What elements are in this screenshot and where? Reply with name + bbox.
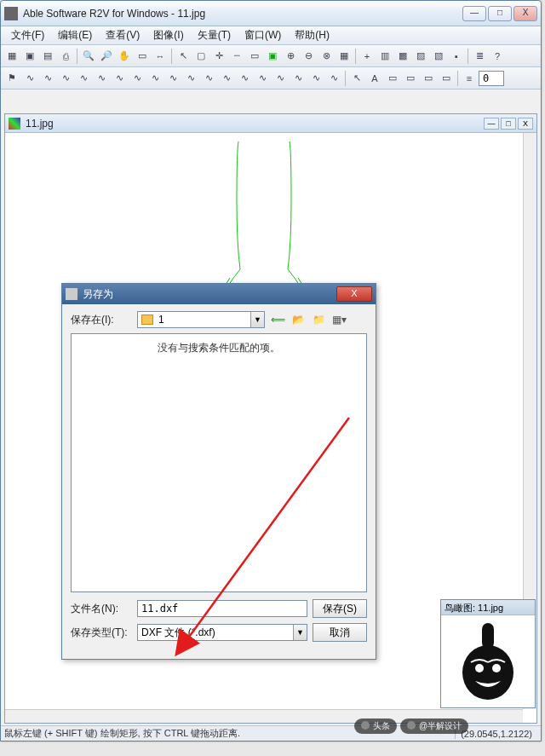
new-folder-icon[interactable]: 📁: [311, 312, 326, 327]
tb2-4-icon[interactable]: ∿: [75, 70, 92, 87]
view-menu-icon[interactable]: ▦▾: [331, 312, 347, 327]
save-in-combo[interactable]: 1 ▼: [137, 311, 265, 328]
tb-node2-icon[interactable]: ⊖: [300, 48, 317, 65]
tb-fit-icon[interactable]: ▭: [134, 48, 151, 65]
tb2-5-icon[interactable]: ∿: [93, 70, 110, 87]
folder-icon: [141, 315, 153, 325]
toolbar-row-1: ▦ ▣ ▤ ⎙ 🔍 🔎 ✋ ▭ ↔ ↖ ▢ ✛ ┄ ▭ ▣ ⊕ ⊖ ⊗ ▦ + …: [1, 45, 541, 67]
thumbnail-image: [441, 615, 535, 707]
tb2-8-icon[interactable]: ∿: [146, 70, 164, 87]
tb2-arrow-icon[interactable]: ↖: [348, 70, 365, 87]
doc-close-button[interactable]: X: [518, 118, 533, 130]
document-titlebar[interactable]: 11.jpg — □ X: [5, 114, 536, 133]
tb2-16-icon[interactable]: ∿: [290, 70, 307, 87]
svg-point-3: [492, 664, 501, 672]
svg-point-1: [462, 645, 513, 700]
filename-input[interactable]: [137, 600, 307, 617]
svg-point-2: [475, 664, 484, 672]
menu-edit[interactable]: 编辑(E): [51, 26, 99, 44]
tb-misc3-icon[interactable]: ▧: [430, 48, 447, 65]
tb2-13-icon[interactable]: ∿: [236, 70, 253, 87]
tb2-number-input[interactable]: [479, 71, 504, 86]
tb2-7-icon[interactable]: ∿: [129, 70, 146, 87]
tb-plus-icon[interactable]: +: [359, 48, 376, 65]
tb2-3-icon[interactable]: ∿: [57, 70, 74, 87]
tb-rgb-icon[interactable]: ▥: [376, 48, 393, 65]
menubar: 文件(F) 编辑(E) 查看(V) 图像(I) 矢量(T) 窗口(W) 帮助(H…: [1, 26, 541, 45]
up-one-level-icon[interactable]: 📂: [290, 312, 306, 327]
tb-grid-icon[interactable]: ▦: [336, 48, 353, 65]
doc-minimize-button[interactable]: —: [484, 118, 499, 130]
save-button[interactable]: 保存(S): [313, 599, 367, 618]
tb2-15-icon[interactable]: ∿: [272, 70, 289, 87]
tb2-a-icon[interactable]: A: [366, 70, 383, 87]
tb2-6-icon[interactable]: ∿: [111, 70, 128, 87]
back-icon[interactable]: ⟸: [270, 312, 285, 327]
menu-help[interactable]: 帮助(H): [288, 26, 336, 44]
doc-maximize-button[interactable]: □: [501, 118, 516, 130]
tb-save-icon[interactable]: ▤: [39, 48, 56, 65]
tb2-2-icon[interactable]: ∿: [39, 70, 56, 87]
tb-crosshair-icon[interactable]: ✛: [210, 48, 227, 65]
tb-misc4-icon[interactable]: ▪: [448, 48, 465, 65]
file-list[interactable]: 没有与搜索条件匹配的项。: [71, 333, 367, 592]
tb-rect-icon[interactable]: ▭: [246, 48, 263, 65]
cancel-button[interactable]: 取消: [313, 623, 367, 642]
tb-zoom-out-icon[interactable]: 🔎: [98, 48, 115, 65]
menu-image[interactable]: 图像(I): [146, 26, 190, 44]
tb2-flag-icon[interactable]: ⚑: [3, 70, 20, 87]
save-as-dialog: 另存为 X 保存在(I): 1 ▼ ⟸ 📂 📁 ▦▾ 没有与搜索条件匹配的项。 …: [61, 283, 376, 660]
tb2-12-icon[interactable]: ∿: [218, 70, 235, 87]
tb2-11-icon[interactable]: ∿: [200, 70, 217, 87]
menu-view[interactable]: 查看(V): [99, 26, 146, 44]
empty-message: 没有与搜索条件匹配的项。: [158, 342, 280, 354]
tb-node3-icon[interactable]: ⊗: [318, 48, 335, 65]
chevron-down-icon[interactable]: ▼: [250, 312, 264, 327]
tb2-lines-icon[interactable]: ≡: [461, 70, 478, 87]
tb-misc2-icon[interactable]: ▨: [412, 48, 429, 65]
tb2-10-icon[interactable]: ∿: [182, 70, 199, 87]
tb2-17-icon[interactable]: ∿: [307, 70, 324, 87]
tb2-d-icon[interactable]: ▭: [420, 70, 437, 87]
dialog-close-button[interactable]: X: [336, 286, 372, 302]
tb-1to1-icon[interactable]: ↔: [152, 48, 169, 65]
tb2-b-icon[interactable]: ▭: [384, 70, 401, 87]
tb2-14-icon[interactable]: ∿: [254, 70, 271, 87]
main-titlebar[interactable]: Able Software R2V for Windows - 11.jpg —…: [1, 1, 541, 26]
save-in-label: 保存在(I):: [71, 313, 132, 327]
menu-window[interactable]: 窗口(W): [238, 26, 288, 44]
tb-layers-icon[interactable]: ≣: [471, 48, 488, 65]
tb-help-icon[interactable]: ?: [489, 48, 506, 65]
tb-open-icon[interactable]: ▣: [21, 48, 38, 65]
tb2-c-icon[interactable]: ▭: [402, 70, 419, 87]
status-hint: 鼠标左键 (+ SHIFT 键) 绘制矩形, 按下 CTRL 键拖动距离.: [4, 727, 240, 740]
tb-pointer-icon[interactable]: ↖: [175, 48, 192, 65]
document-icon: [9, 118, 20, 130]
tb-box-icon[interactable]: ▢: [192, 48, 209, 65]
tb-print-icon[interactable]: ⎙: [57, 48, 74, 65]
tb2-18-icon[interactable]: ∿: [325, 70, 342, 87]
app-title: Able Software R2V for Windows - 11.jpg: [23, 8, 462, 20]
filetype-combo[interactable]: DXF 文件 (*.dxf) ▼: [137, 624, 307, 641]
menu-file[interactable]: 文件(F): [4, 26, 51, 44]
tb-selbox-icon[interactable]: ▣: [264, 48, 281, 65]
maximize-button[interactable]: □: [488, 6, 512, 21]
tb-hand-icon[interactable]: ✋: [116, 48, 133, 65]
watermark-chip-b: @半解设计: [400, 718, 468, 734]
tb-new-icon[interactable]: ▦: [3, 48, 20, 65]
tb2-9-icon[interactable]: ∿: [164, 70, 181, 87]
close-button[interactable]: X: [513, 6, 537, 21]
menu-vector[interactable]: 矢量(T): [191, 26, 238, 44]
tb2-1-icon[interactable]: ∿: [21, 70, 38, 87]
tb-zoom-in-icon[interactable]: 🔍: [80, 48, 97, 65]
tb-node1-icon[interactable]: ⊕: [282, 48, 299, 65]
thumbnail-panel[interactable]: 鸟瞰图: 11.jpg: [440, 599, 536, 708]
chevron-down-icon[interactable]: ▼: [293, 625, 307, 640]
dialog-titlebar[interactable]: 另存为 X: [62, 284, 376, 304]
minimize-button[interactable]: —: [462, 6, 486, 21]
tb2-e-icon[interactable]: ▭: [438, 70, 455, 87]
watermark: 头条 @半解设计: [354, 718, 468, 734]
tb-dash-icon[interactable]: ┄: [228, 48, 245, 65]
tb-misc1-icon[interactable]: ▩: [394, 48, 411, 65]
dialog-icon: [66, 288, 77, 300]
